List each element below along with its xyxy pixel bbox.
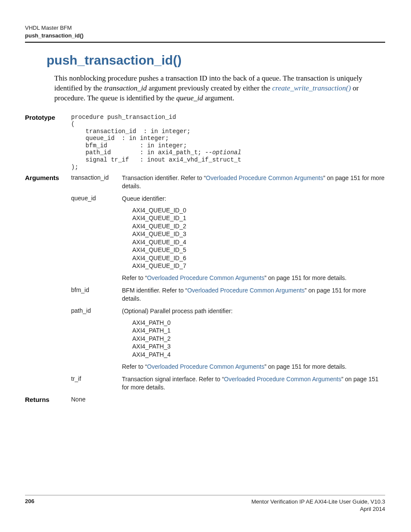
overloaded-procedure-link[interactable]: Overloaded Procedure Common Arguments — [206, 174, 323, 181]
returns-value: None — [71, 396, 122, 403]
queue-id-enum: AXI4_QUEUE_ID_0 AXI4_QUEUE_ID_1 AXI4_QUE… — [132, 206, 385, 270]
intro-text: argument. — [203, 94, 234, 102]
spec-table: Prototype procedure push_transaction_id … — [25, 114, 385, 403]
arg-desc-queue-id: Queue identifier: AXI4_QUEUE_ID_0 AXI4_Q… — [122, 195, 385, 283]
arg-name-bfm-id: bfm_id — [71, 286, 122, 303]
page-header: VHDL Master BFM push_transaction_id() — [25, 24, 385, 43]
footer-doc-title: Mentor Verification IP AE AXI4-Lite User… — [252, 498, 385, 506]
intro-text: argument previously created by either th… — [147, 84, 272, 92]
prototype-label: Prototype — [25, 114, 71, 174]
arg-name-tr-if: tr_if — [71, 375, 122, 392]
overloaded-procedure-link[interactable]: Overloaded Procedure Common Arguments — [147, 274, 264, 281]
prototype-code: procedure push_transaction_id ( transact… — [71, 114, 385, 171]
overloaded-procedure-link[interactable]: Overloaded Procedure Common Arguments — [224, 376, 341, 383]
page-footer: 206 Mentor Verification IP AE AXI4-Lite … — [25, 495, 385, 513]
arg-desc-bfm-id: BFM identifier. Refer to “Overloaded Pro… — [122, 286, 385, 303]
path-id-enum: AXI4_PATH_0 AXI4_PATH_1 AXI4_PATH_2 AXI4… — [132, 319, 385, 358]
intro-italic-arg: transaction_id — [104, 84, 147, 92]
header-line-1: VHDL Master BFM — [25, 24, 385, 32]
returns-label: Returns — [25, 396, 71, 403]
intro-italic-arg: queue_id — [176, 94, 203, 102]
overloaded-procedure-link[interactable]: Overloaded Procedure Common Arguments — [147, 363, 264, 370]
arg-desc-path-id: (Optional) Parallel process path identif… — [122, 307, 385, 371]
arg-name-path-id: path_id — [71, 307, 122, 371]
intro-paragraph: This nonblocking procedure pushes a tran… — [54, 74, 385, 103]
arg-desc-transaction-id: Transaction identifier. Refer to “Overlo… — [122, 174, 385, 190]
arguments-label: Arguments — [25, 174, 71, 190]
create-write-transaction-link[interactable]: create_write_transaction() — [272, 84, 351, 92]
page-title: push_transaction_id() — [47, 53, 385, 68]
footer-date: April 2014 — [252, 505, 385, 513]
page-number: 206 — [25, 498, 34, 513]
arg-desc-tr-if: Transaction signal interface. Refer to “… — [122, 375, 385, 392]
overloaded-procedure-link[interactable]: Overloaded Procedure Common Arguments — [187, 287, 305, 294]
arg-name-transaction-id: transaction_id — [71, 174, 122, 190]
header-line-2: push_transaction_id() — [25, 32, 385, 40]
arg-name-queue-id: queue_id — [71, 195, 122, 283]
